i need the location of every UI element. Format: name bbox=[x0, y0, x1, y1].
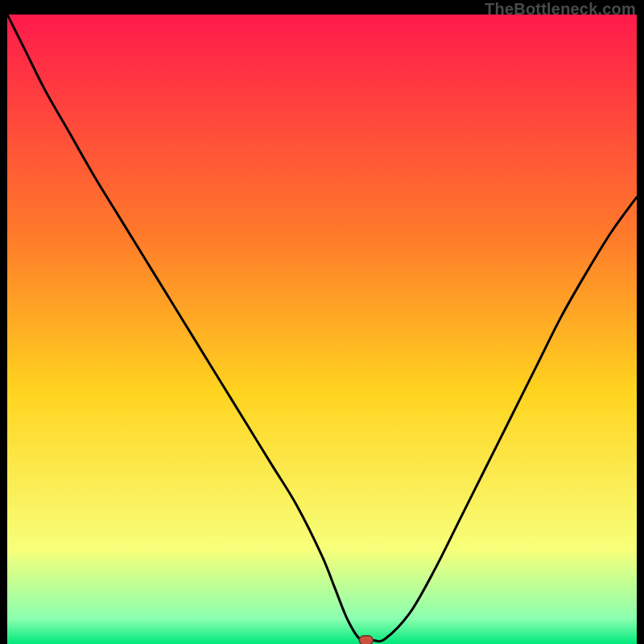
gradient-background bbox=[7, 14, 637, 644]
chart-frame bbox=[7, 14, 637, 644]
optimum-marker bbox=[359, 636, 373, 644]
bottleneck-chart bbox=[7, 14, 637, 644]
